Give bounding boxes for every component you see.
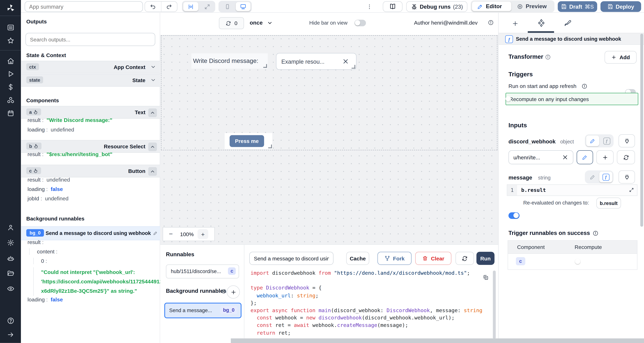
tab-insert-plus-icon[interactable] <box>511 19 519 28</box>
right-panel-scrollbar[interactable] <box>640 34 643 227</box>
fn-mode-button-active[interactable]: ƒ <box>599 172 612 182</box>
desktop-view-button[interactable] <box>236 2 250 11</box>
script-name-input[interactable] <box>249 252 334 265</box>
mobile-view-button[interactable] <box>220 2 234 11</box>
settings-gear-icon[interactable] <box>7 239 14 246</box>
tab-preview[interactable]: Preview <box>512 2 553 11</box>
clear-x-icon[interactable] <box>342 58 349 64</box>
interval-dropdown[interactable]: once <box>250 20 272 26</box>
resize-handle[interactable] <box>268 144 272 148</box>
reeval-toggle[interactable] <box>508 212 520 219</box>
bg0-result-line: result <box>28 239 46 245</box>
redo-button[interactable] <box>161 2 177 12</box>
copy-code-icon[interactable] <box>482 274 489 280</box>
static-pencil-mode-button[interactable] <box>586 136 599 146</box>
workers-bot-icon[interactable] <box>7 254 14 262</box>
code-content[interactable]: import discordwebhook from "https://deno… <box>250 269 491 338</box>
run-button[interactable]: Run <box>476 252 494 265</box>
fn-mode-button[interactable]: ƒ <box>601 136 612 146</box>
fork-button[interactable]: Fork <box>378 252 412 265</box>
runs-play-icon[interactable] <box>7 70 14 78</box>
home-icon[interactable] <box>7 58 14 65</box>
info-icon[interactable] <box>593 230 598 236</box>
variables-dollar-icon[interactable] <box>7 83 14 91</box>
help-icon[interactable] <box>7 317 14 324</box>
chevron-down-icon[interactable] <box>150 64 156 70</box>
collapse-chevron-up-icon[interactable] <box>148 108 157 117</box>
connect-plug-button[interactable] <box>618 134 635 148</box>
component-row-b[interactable]: b Resource Select <box>21 140 160 153</box>
output-row-state[interactable]: state State <box>21 74 160 86</box>
edit-pencil-icon[interactable] <box>153 231 158 235</box>
preview-eye-icon <box>517 4 523 9</box>
component-row-a[interactable]: a Text <box>21 106 160 119</box>
info-icon[interactable] <box>545 54 551 60</box>
table-header: Component Recompute <box>508 240 637 254</box>
draft-button[interactable]: Draft ⌘S <box>558 1 597 12</box>
cache-button[interactable]: Cache <box>346 252 369 265</box>
windmill-logo-icon[interactable] <box>5 3 16 14</box>
apps-icon[interactable] <box>7 24 14 31</box>
collapse-chevron-up-icon[interactable] <box>148 142 157 151</box>
component-row-c[interactable]: c Button <box>21 165 160 178</box>
debug-runs-button[interactable]: Debug runs (23) <box>406 1 468 12</box>
collapse-chevron-up-icon[interactable] <box>148 167 157 176</box>
output-row-ctx[interactable]: ctx App Context <box>21 61 160 74</box>
tab-settings-diamonds-icon[interactable] <box>537 18 546 28</box>
deploy-button[interactable]: Deploy <box>600 1 641 12</box>
message-expression-editor[interactable]: 1 b.result <box>507 184 638 196</box>
resource-select-component[interactable]: Example resou... <box>276 53 356 70</box>
restart-button[interactable] <box>456 252 474 265</box>
tab-styling-brush-icon[interactable] <box>562 18 572 28</box>
resize-handle[interactable] <box>352 65 355 68</box>
center-align-button[interactable] <box>183 2 198 11</box>
add-transformer-button[interactable]: Add <box>605 51 637 64</box>
code-vertical-scrollbar[interactable] <box>493 271 496 339</box>
zoom-in-button[interactable]: + <box>198 229 208 239</box>
background-runnable-row[interactable]: bg_0 Send a message to discord using web… <box>21 226 160 240</box>
info-icon[interactable] <box>488 20 494 26</box>
collapse-arrow-icon[interactable] <box>7 331 14 338</box>
search-outputs-input[interactable] <box>26 33 155 46</box>
field-message-type: string <box>538 175 550 181</box>
recompute-counter[interactable]: 0 <box>219 17 244 29</box>
clear-x-icon[interactable] <box>562 154 568 160</box>
horizontal-scrollbar[interactable] <box>231 338 644 343</box>
text-component[interactable]: Write Discord message: <box>192 53 268 68</box>
docs-book-button[interactable] <box>383 1 402 12</box>
undo-button[interactable] <box>145 2 161 12</box>
edit-resource-button[interactable] <box>576 150 593 164</box>
bg-runnable-item-selected[interactable]: Send a message... bg_0 <box>164 303 242 318</box>
topbar: Debug runs (23) Editor Preview Draft ⌘S … <box>21 0 644 13</box>
app-canvas[interactable]: Write Discord message: Example resou... … <box>160 35 498 244</box>
tab-editor[interactable]: Editor <box>472 2 511 11</box>
add-bg-runnable-button[interactable] <box>227 286 240 298</box>
user-icon[interactable] <box>7 224 14 231</box>
runnable-item-hub[interactable]: hub/1511/discord/se... c <box>166 264 239 278</box>
static-pencil-mode-button[interactable] <box>586 172 599 182</box>
resize-handle[interactable] <box>263 64 267 68</box>
zoom-out-button[interactable]: − <box>163 230 179 238</box>
expand-editor-icon[interactable] <box>629 187 634 192</box>
app-summary-input[interactable] <box>24 1 143 12</box>
schedules-calendar-icon[interactable] <box>7 110 14 117</box>
resources-boxes-icon[interactable] <box>7 96 14 104</box>
press-me-button[interactable]: Press me <box>230 135 264 147</box>
resource-picker[interactable]: u/henri/te... <box>508 150 573 164</box>
favorites-star-icon[interactable] <box>7 37 14 44</box>
col-component: Component <box>517 244 545 250</box>
clear-button[interactable]: Clear <box>415 252 451 265</box>
audit-eye-icon[interactable] <box>7 285 14 292</box>
expand-canvas-button[interactable] <box>200 2 214 11</box>
generate-icon[interactable] <box>220 288 226 294</box>
chevron-down-icon[interactable] <box>150 77 156 83</box>
kebab-menu-icon[interactable] <box>366 2 372 12</box>
info-icon[interactable] <box>582 83 587 89</box>
hide-bar-toggle[interactable] <box>354 20 366 26</box>
reeval-target-chip[interactable]: b.result <box>596 198 621 208</box>
add-resource-button[interactable] <box>596 150 614 164</box>
zoom-level: 100% <box>178 231 195 237</box>
connect-plug-button[interactable] <box>618 170 635 184</box>
refresh-resources-button[interactable] <box>617 150 635 164</box>
folders-icon[interactable] <box>7 270 14 277</box>
